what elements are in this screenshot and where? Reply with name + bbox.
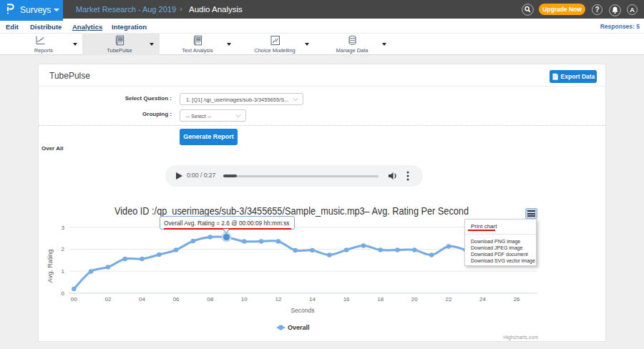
svg-text:2: 2 <box>62 246 65 252</box>
svg-text:26: 26 <box>514 296 520 303</box>
svg-text:10: 10 <box>241 296 248 303</box>
svg-text:Seconds: Seconds <box>291 307 314 314</box>
svg-text:1: 1 <box>62 268 65 275</box>
svg-text:14: 14 <box>309 296 316 303</box>
svg-text:22: 22 <box>445 296 452 303</box>
svg-text:16: 16 <box>343 296 350 303</box>
svg-text:02: 02 <box>104 296 111 303</box>
svg-text:Overall: Overall <box>288 324 310 331</box>
svg-text:0: 0 <box>62 290 65 297</box>
svg-text:12: 12 <box>275 296 281 303</box>
svg-text:Avg. Rating: Avg. Rating <box>47 250 54 282</box>
svg-text:06: 06 <box>173 296 180 303</box>
svg-text:20: 20 <box>411 296 418 303</box>
svg-text:08: 08 <box>207 296 213 303</box>
svg-text:3: 3 <box>62 225 65 231</box>
svg-text:00: 00 <box>71 296 77 303</box>
svg-text:24: 24 <box>479 296 486 303</box>
svg-text:Video ID :/qp_userimages/sub-3: Video ID :/qp_userimages/sub-3/3455655/S… <box>114 205 469 217</box>
svg-text:Highcharts.com: Highcharts.com <box>503 335 538 340</box>
svg-text:18: 18 <box>377 296 384 303</box>
svg-text:04: 04 <box>139 296 145 303</box>
